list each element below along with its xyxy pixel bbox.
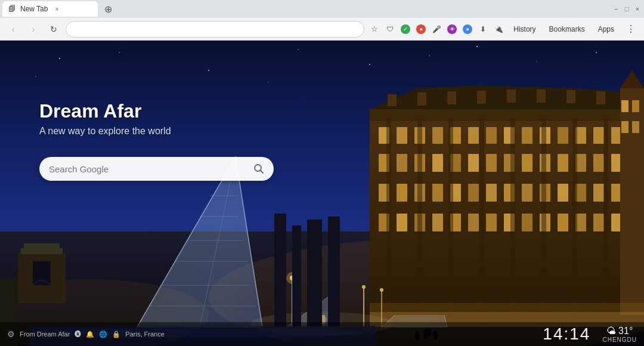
- shield-icon: 🛡: [386, 25, 394, 33]
- forward-button[interactable]: ›: [25, 21, 42, 38]
- window-controls: − □ ×: [612, 5, 642, 13]
- tab-close-button[interactable]: ×: [52, 5, 61, 13]
- toolbar-icons: ☆ 🛡 ✓ ● 🎤 👁 ●: [368, 23, 505, 36]
- browser-chrome: 🗐 New Tab × ⊕ − □ × ‹: [0, 0, 644, 41]
- bookmark-star-button[interactable]: ☆: [368, 23, 381, 36]
- weather-widget[interactable]: 🌤 31° CHENGDU: [602, 326, 637, 343]
- source-label: From Dream Afar: [20, 330, 70, 338]
- bookmark-star-icon: ☆: [371, 24, 378, 33]
- minimize-icon: −: [614, 5, 618, 13]
- source-text: From Dream Afar: [20, 330, 70, 338]
- social-icon-2[interactable]: 🔔: [86, 330, 94, 338]
- bottom-right: 14:14 🌤 31° CHENGDU: [543, 325, 637, 344]
- weather-row: 🌤 31°: [606, 326, 633, 336]
- search-icon: [253, 163, 264, 174]
- location-text: Paris, France: [125, 330, 164, 338]
- main-content: Dream Afar A new way to explore the worl…: [0, 41, 644, 346]
- reload-icon: ↻: [50, 24, 57, 34]
- overlay-content: Dream Afar A new way to explore the worl…: [0, 41, 644, 346]
- bottom-left: ⚙ From Dream Afar 🅦 🔔 🌐 🔒 Paris, France: [7, 329, 165, 339]
- branding-title: Dream Afar: [39, 100, 171, 122]
- history-button[interactable]: History: [509, 23, 540, 36]
- branding-subtitle: A new way to explore the world: [39, 126, 171, 137]
- maximize-button[interactable]: □: [623, 5, 631, 13]
- svg-line-148: [261, 171, 264, 174]
- ext-green-button[interactable]: ✓: [399, 23, 412, 36]
- ext-eye-button[interactable]: 👁: [445, 23, 459, 36]
- search-box: [39, 157, 274, 181]
- gear-icon[interactable]: ⚙: [7, 329, 15, 339]
- weather-city: CHENGDU: [602, 336, 637, 343]
- ext-blue-button[interactable]: ●: [461, 23, 474, 36]
- social-icon-1[interactable]: 🅦: [75, 330, 81, 338]
- eye-icon: 👁: [447, 24, 457, 34]
- download-icon: ⬇: [480, 25, 486, 33]
- maximize-icon: □: [625, 5, 629, 13]
- close-button[interactable]: ×: [633, 5, 642, 13]
- active-tab[interactable]: 🗐 New Tab ×: [2, 1, 98, 17]
- ext-blue-icon: ●: [463, 24, 472, 34]
- new-tab-icon: ⊕: [104, 4, 112, 15]
- tab-title: New Tab: [20, 5, 48, 13]
- ext-extra-button[interactable]: 🔌: [492, 23, 505, 36]
- ext-red-button[interactable]: ●: [414, 23, 428, 36]
- reload-button[interactable]: ↻: [45, 21, 62, 38]
- location-lock-icon: 🔒: [112, 330, 120, 338]
- tab-bar: 🗐 New Tab × ⊕ − □ ×: [0, 0, 644, 18]
- ext-mic-button[interactable]: 🎤: [430, 23, 443, 36]
- minimize-button[interactable]: −: [612, 5, 620, 13]
- menu-button[interactable]: ⋮: [623, 21, 639, 38]
- branding: Dream Afar A new way to explore the worl…: [39, 100, 171, 137]
- bookmarks-button[interactable]: Bookmarks: [544, 23, 590, 36]
- ext-red-icon: ●: [416, 24, 426, 34]
- close-icon: ×: [636, 5, 639, 13]
- tab-favicon: 🗐: [8, 5, 16, 13]
- ext-extra-icon: 🔌: [494, 25, 503, 33]
- apps-button[interactable]: Apps: [593, 23, 619, 36]
- ext-green-icon: ✓: [401, 24, 410, 34]
- mic-icon: 🎤: [432, 25, 441, 33]
- weather-icon: 🌤: [606, 326, 616, 336]
- search-container: [39, 157, 274, 181]
- download-button[interactable]: ⬇: [476, 23, 490, 36]
- back-icon: ‹: [12, 24, 15, 34]
- browser-window: 🗐 New Tab × ⊕ − □ × ‹: [0, 0, 644, 346]
- address-input[interactable]: [72, 24, 358, 33]
- clock-display: 14:14: [543, 325, 590, 344]
- forward-icon: ›: [32, 24, 35, 34]
- bottom-bar: ⚙ From Dream Afar 🅦 🔔 🌐 🔒 Paris, France …: [0, 322, 644, 346]
- temperature: 31°: [618, 326, 633, 336]
- back-button[interactable]: ‹: [5, 21, 21, 38]
- social-icon-3[interactable]: 🌐: [99, 330, 107, 338]
- search-input[interactable]: [49, 164, 249, 174]
- shield-icon-button[interactable]: 🛡: [383, 23, 397, 36]
- search-button[interactable]: [253, 163, 264, 174]
- address-bar[interactable]: [66, 21, 364, 38]
- nav-bar: ‹ › ↻ ☆ 🛡 ✓: [0, 18, 644, 41]
- new-tab-button[interactable]: ⊕: [100, 1, 116, 17]
